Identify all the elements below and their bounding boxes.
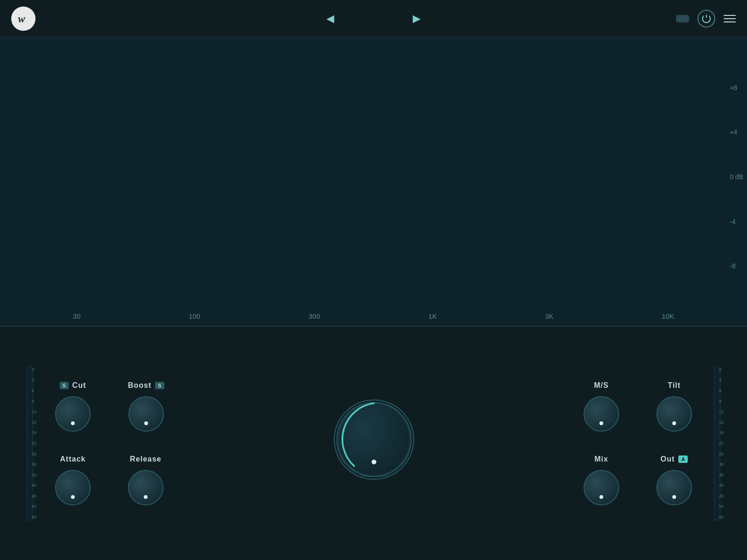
- release-label: Release: [130, 455, 162, 463]
- preset-next-button[interactable]: ▶: [413, 13, 421, 25]
- freq-10k: 10K: [662, 312, 674, 320]
- amount-knob[interactable]: [337, 402, 411, 477]
- eq-display: +8 +4 0 dB -4 -8 30 100 300 1K 3K 10K: [0, 37, 747, 327]
- boost-knob-group: Boost S: [128, 381, 164, 432]
- db-label-0: 0 dB: [730, 173, 743, 181]
- eq-canvas: [0, 37, 747, 326]
- db-label-m8: -8: [730, 262, 743, 270]
- db-label-p4: +4: [730, 128, 743, 136]
- eq-freq-labels: 30 100 300 1K 3K 10K: [0, 312, 747, 320]
- vu-meter-left: 0 3 6 9 12 15 18 21 25 30 35 40 45 50 60: [23, 366, 36, 520]
- mix-label: Mix: [594, 455, 608, 463]
- svg-point-1: [338, 403, 410, 476]
- knob-row-bottom-right: Mix Out A: [584, 455, 692, 505]
- cut-label: Cut: [72, 381, 86, 390]
- ms-knob[interactable]: [584, 396, 619, 432]
- freq-1k: 1K: [428, 312, 437, 320]
- attack-label: Attack: [60, 455, 86, 463]
- boost-label: Boost: [128, 381, 151, 390]
- attack-label-row: Attack: [60, 455, 86, 463]
- attack-knob-group: Attack: [55, 455, 91, 505]
- knob-row-top-right: M/S Tilt: [584, 381, 692, 432]
- release-knob-group: Release: [128, 455, 163, 505]
- cut-s-badge[interactable]: S: [60, 382, 69, 389]
- logo: w: [11, 7, 35, 31]
- attack-knob[interactable]: [55, 470, 91, 505]
- preset-prev-button[interactable]: ◀: [326, 13, 334, 25]
- db-label-p8: +8: [730, 84, 743, 91]
- mix-label-row: Mix: [594, 455, 608, 463]
- db-label-m4: -4: [730, 218, 743, 225]
- ms-label: M/S: [594, 381, 608, 390]
- ms-label-row: M/S: [594, 381, 608, 390]
- power-button[interactable]: [698, 10, 715, 28]
- knob-row-top-left: S Cut Boost S: [55, 381, 164, 432]
- release-label-row: Release: [130, 455, 162, 463]
- menu-line-1: [724, 15, 736, 16]
- tilt-label: Tilt: [668, 381, 681, 390]
- boost-label-row: Boost S: [128, 381, 164, 390]
- header-controls: [676, 10, 736, 28]
- tilt-knob[interactable]: [656, 396, 692, 432]
- amount-arc: [334, 400, 414, 479]
- tilt-knob-group: Tilt: [656, 381, 692, 432]
- out-knob-group: Out A: [656, 455, 692, 505]
- controls-left: S Cut Boost S Attack: [55, 381, 164, 505]
- freq-30: 30: [73, 312, 81, 320]
- menu-line-3: [724, 21, 736, 22]
- freq-300: 300: [309, 312, 320, 320]
- cut-knob-group: S Cut: [55, 381, 91, 432]
- cut-label-row: S Cut: [60, 381, 86, 390]
- vu-meter-right: 0 3 6 9 12 15 18 21 25 30 35 40 45 50 60: [711, 366, 724, 520]
- sc-button[interactable]: [676, 15, 689, 22]
- freq-3k: 3K: [545, 312, 553, 320]
- menu-button[interactable]: [724, 15, 736, 22]
- controls-right: M/S Tilt Mix Out: [584, 381, 692, 505]
- knob-row-bottom-left: Attack Release: [55, 455, 164, 505]
- out-label: Out: [661, 455, 675, 463]
- svg-text:w: w: [18, 13, 26, 25]
- release-knob[interactable]: [128, 470, 163, 505]
- freq-100: 100: [189, 312, 200, 320]
- out-label-row: Out A: [661, 455, 688, 463]
- preset-nav: ◀ ▶: [326, 13, 421, 25]
- controls-panel: 0 3 6 9 12 15 18 21 25 30 35 40 45 50 60…: [0, 327, 747, 560]
- out-a-badge[interactable]: A: [678, 455, 688, 463]
- tilt-label-row: Tilt: [668, 381, 681, 390]
- eq-db-labels: +8 +4 0 dB -4 -8: [730, 37, 743, 326]
- mix-knob[interactable]: [584, 470, 619, 505]
- amount-control: [192, 402, 556, 484]
- cut-knob[interactable]: [55, 396, 91, 432]
- out-knob[interactable]: [656, 470, 692, 505]
- header: w ◀ ▶: [0, 0, 747, 37]
- boost-s-badge[interactable]: S: [155, 382, 164, 389]
- mix-knob-group: Mix: [584, 455, 619, 505]
- menu-line-2: [724, 18, 736, 19]
- ms-knob-group: M/S: [584, 381, 619, 432]
- boost-knob[interactable]: [128, 396, 164, 432]
